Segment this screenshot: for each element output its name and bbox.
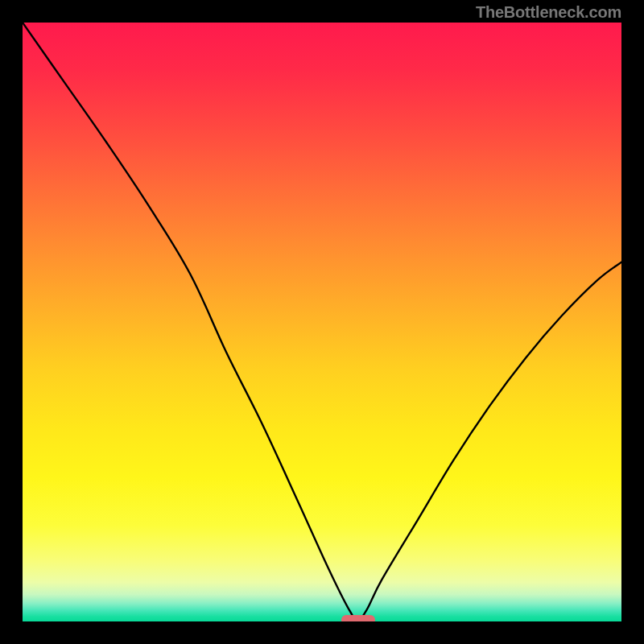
min-marker [341,615,375,621]
attribution-text: TheBottleneck.com [476,3,621,22]
bottleneck-curve-path [23,23,621,620]
chart-frame: TheBottleneck.com [0,0,644,644]
plot-area [23,23,621,621]
curve-svg [23,23,621,621]
